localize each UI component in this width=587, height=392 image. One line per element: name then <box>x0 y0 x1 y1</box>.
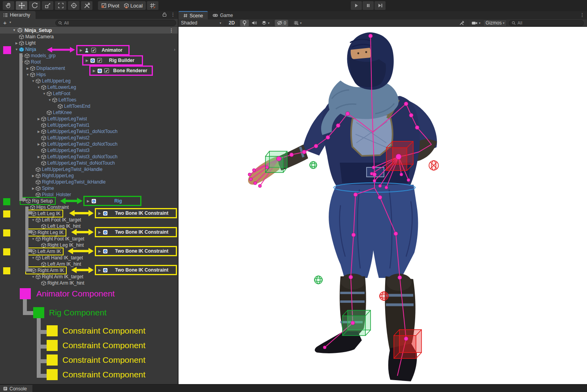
component-expander-icon[interactable]: ▶ <box>98 212 101 215</box>
hierarchy-row[interactable]: Right Arm IK_hint <box>0 280 178 286</box>
row-expander-icon[interactable]: ▼ <box>47 98 52 102</box>
component-expander-icon[interactable]: ▶ <box>98 268 101 272</box>
scene-view-menu-icon[interactable]: ⋮ <box>580 13 585 17</box>
prefab-open-chevron[interactable]: › <box>174 47 175 52</box>
row-expander-icon[interactable]: ▶ <box>36 143 41 146</box>
scene-viewport[interactable] <box>179 27 587 384</box>
component-expander-icon[interactable]: ▶ <box>98 231 101 234</box>
component-label: Rig <box>98 198 138 204</box>
hierarchy-row[interactable]: LeftKnee <box>0 109 178 116</box>
scene-expander-icon[interactable]: ▼ <box>12 28 17 32</box>
scene-search-input[interactable] <box>517 21 581 25</box>
hierarchy-row[interactable]: ▶LeftUpperLegTwist2_doNotTouch <box>0 141 178 147</box>
hierarchy-row[interactable]: ▶LeftUpperLegTwist1_doNotTouch <box>0 128 178 135</box>
component-expander-icon[interactable]: ▶ <box>93 69 95 73</box>
scale-tool-button[interactable] <box>42 1 53 10</box>
shading-mode-dropdown[interactable]: Shaded ▾ <box>179 20 223 26</box>
create-dropdown-caret[interactable]: ▾ <box>9 21 11 24</box>
row-expander-icon[interactable]: ▼ <box>36 86 41 89</box>
component-box-annotation[interactable]: ▶✓Bone Renderer <box>89 66 153 76</box>
scene-tools-button[interactable] <box>457 20 466 26</box>
component-box-annotation[interactable]: ▶Two Bone IK Constraint <box>95 227 177 237</box>
scene-effects-button[interactable]: ▾ <box>260 20 271 26</box>
play-button[interactable] <box>351 1 362 10</box>
component-expander-icon[interactable]: ▶ <box>98 249 101 253</box>
scene-visibility-button[interactable]: 0 <box>275 20 288 26</box>
component-box-annotation[interactable]: ▶Two Bone IK Constraint <box>95 265 177 275</box>
row-expander-icon[interactable]: ▼ <box>31 218 36 222</box>
row-expander-icon[interactable]: ▶ <box>31 174 36 178</box>
lock-icon[interactable] <box>162 12 167 17</box>
tab-game[interactable]: Game <box>208 11 238 19</box>
component-box-annotation[interactable]: ▶Rig <box>83 196 141 206</box>
scene-menu-icon[interactable]: ⋮ <box>169 28 174 33</box>
transform-tool-button[interactable] <box>68 1 79 10</box>
row-expander-icon[interactable]: ▶ <box>36 155 41 159</box>
row-expander-icon[interactable]: ▼ <box>42 92 47 96</box>
hierarchy-row[interactable]: Main Camera <box>0 34 178 40</box>
scene-audio-button[interactable] <box>250 20 259 26</box>
hierarchy-row[interactable]: LeftToesEnd <box>0 103 178 109</box>
hierarchy-row[interactable]: ▼LeftUpperLeg <box>0 78 178 84</box>
hierarchy-row[interactable]: ▼LeftFoot <box>0 90 178 97</box>
gizmos-dropdown[interactable]: Gizmos ▾ <box>483 20 507 26</box>
hierarchy-row[interactable]: LeftUpperLegTwist1 <box>0 122 178 128</box>
hierarchy-search[interactable] <box>55 20 176 26</box>
component-box-annotation[interactable]: ▶Two Bone IK Constraint <box>95 246 177 256</box>
component-enabled-checkbox[interactable]: ✓ <box>104 68 109 73</box>
2d-toggle-button[interactable]: 2D <box>227 20 237 26</box>
tab-console[interactable]: Console <box>0 385 32 392</box>
tab-scene[interactable]: Scene <box>179 11 208 19</box>
row-expander-icon[interactable]: ▼ <box>31 275 36 279</box>
hierarchy-row[interactable]: LeftUpperLegTwist_doNotTouch <box>0 160 178 166</box>
local-toggle-button[interactable]: Local <box>120 1 146 10</box>
row-expander-icon[interactable]: ▼ <box>25 73 30 77</box>
row-expander-icon[interactable]: ▼ <box>14 48 19 51</box>
hand-tool-button[interactable] <box>3 1 14 10</box>
hierarchy-row[interactable]: RightUpperLegTwist_ikHandle <box>0 179 178 185</box>
scene-header-row[interactable]: ▼ Ninja_Setup ⋮ <box>0 27 178 34</box>
component-enabled-checkbox[interactable]: ✓ <box>91 48 96 53</box>
hierarchy-row[interactable]: LeftUpperLegTwist_ikHandle <box>0 166 178 173</box>
component-box-annotation[interactable]: ▶✓Animator <box>76 45 130 55</box>
hierarchy-row[interactable]: ▼LeftLowerLeg <box>0 84 178 90</box>
row-expander-icon[interactable]: ▶ <box>25 67 30 70</box>
row-expander-icon[interactable]: ▶ <box>14 41 19 45</box>
scene-search[interactable] <box>509 20 584 26</box>
row-expander-icon[interactable]: ▶ <box>36 130 41 133</box>
hierarchy-search-input[interactable] <box>64 21 173 25</box>
component-box-annotation[interactable]: ▶Two Bone IK Constraint <box>95 208 177 218</box>
tab-hierarchy[interactable]: Hierarchy <box>0 11 36 19</box>
row-expander-icon[interactable]: ▼ <box>31 256 36 260</box>
move-tool-button[interactable] <box>16 1 27 10</box>
component-box-annotation[interactable]: ▶✓Rig Builder <box>82 55 143 66</box>
hierarchy-row[interactable]: LeftUpperLegTwist2 <box>0 135 178 141</box>
hierarchy-row[interactable]: ▶Spine <box>0 185 178 191</box>
hierarchy-menu-icon[interactable]: ⋮ <box>171 12 175 17</box>
component-expander-icon[interactable]: ▶ <box>87 199 89 203</box>
row-expander-icon[interactable]: ▼ <box>31 237 36 241</box>
component-expander-icon[interactable]: ▶ <box>86 59 88 62</box>
scene-grid-button[interactable]: ▾ <box>292 20 303 26</box>
create-object-button[interactable]: + <box>3 19 7 26</box>
pivot-toggle-button[interactable]: Pivot <box>98 1 122 10</box>
hierarchy-row[interactable]: ▶LeftUpperLegTwist <box>0 116 178 122</box>
hierarchy-row[interactable]: ▶RightUpperLeg <box>0 173 178 179</box>
step-button[interactable] <box>374 1 386 10</box>
rect-tool-button[interactable] <box>55 1 66 10</box>
row-expander-icon[interactable]: ▶ <box>31 187 36 190</box>
scene-camera-button[interactable]: ▾ <box>470 20 482 26</box>
hierarchy-row[interactable]: LeftUpperLegTwist3 <box>0 147 178 154</box>
pause-button[interactable] <box>363 1 374 10</box>
row-expander-icon[interactable]: ▼ <box>31 79 36 83</box>
row-expander-icon[interactable]: ▶ <box>36 117 41 121</box>
gameobject-cube-icon <box>41 243 46 248</box>
hierarchy-row[interactable]: ▼LeftToes <box>0 97 178 103</box>
component-expander-icon[interactable]: ▶ <box>80 49 82 52</box>
grid-snap-button[interactable] <box>147 1 158 10</box>
rotate-tool-button[interactable] <box>29 1 40 10</box>
hierarchy-row[interactable]: ▶LeftUpperLegTwist3_doNotTouch <box>0 154 178 160</box>
component-enabled-checkbox[interactable]: ✓ <box>97 58 102 63</box>
custom-tools-button[interactable] <box>81 1 92 10</box>
scene-lighting-button[interactable] <box>240 20 249 26</box>
